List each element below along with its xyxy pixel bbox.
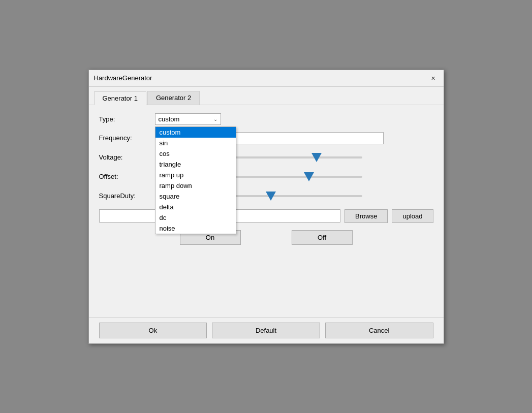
type-dropdown-menu: custom sin cos triangle ramp up ramp dow…	[155, 126, 236, 234]
type-selected-value: custom	[159, 115, 213, 123]
chevron-down-icon: ⌄	[213, 116, 217, 122]
dropdown-option-custom[interactable]: custom	[155, 127, 236, 138]
hardware-generator-window: HardwareGenerator × Generator 1 Generato…	[88, 70, 444, 344]
title-bar: HardwareGenerator ×	[89, 70, 444, 87]
tab-generator1[interactable]: Generator 1	[94, 91, 146, 105]
tab-generator2[interactable]: Generator 2	[147, 91, 200, 105]
tab-bar: Generator 1 Generator 2	[89, 87, 444, 105]
squareduty-slider-container	[210, 195, 433, 197]
dropdown-option-rampup[interactable]: ramp up	[155, 170, 236, 180]
offset-row: Offset: ▲ ▼	[99, 171, 433, 183]
type-dropdown-trigger[interactable]: custom ⌄	[155, 113, 221, 125]
upload-button[interactable]: upload	[392, 209, 433, 223]
dropdown-option-dc[interactable]: dc	[155, 212, 236, 223]
frequency-label: Frequency:	[99, 134, 155, 142]
dropdown-option-sin[interactable]: sin	[155, 138, 236, 148]
type-label: Type:	[99, 115, 155, 123]
offset-label: Offset:	[99, 173, 155, 180]
voltage-slider-container	[210, 156, 433, 158]
main-content: Type: custom ⌄ custom sin cos triangle r…	[89, 105, 444, 317]
window-title: HardwareGenerator	[94, 74, 152, 82]
dropdown-option-cos[interactable]: cos	[155, 148, 236, 159]
dropdown-option-rampdown[interactable]: ramp down	[155, 180, 236, 191]
dropdown-option-noise[interactable]: noise	[155, 223, 236, 234]
browse-button[interactable]: Browse	[345, 209, 388, 223]
close-button[interactable]: ×	[428, 73, 439, 83]
type-row: Type: custom ⌄ custom sin cos triangle r…	[99, 113, 433, 125]
voltage-slider-thumb[interactable]	[311, 153, 322, 162]
frequency-row: Frequency:	[99, 132, 433, 144]
off-button[interactable]: Off	[292, 230, 353, 245]
type-control: custom ⌄ custom sin cos triangle ramp up…	[155, 113, 433, 125]
file-row: Browse upload	[99, 209, 433, 223]
type-dropdown-wrapper: custom ⌄ custom sin cos triangle ramp up…	[155, 113, 221, 125]
on-off-row: On Off	[99, 230, 433, 245]
cancel-button[interactable]: Cancel	[325, 323, 433, 338]
squareduty-label: SquareDuty:	[99, 192, 155, 200]
dropdown-option-square[interactable]: square	[155, 191, 236, 202]
voltage-row: Voltage: ▲ ▼	[99, 151, 433, 164]
bottom-bar: Ok Default Cancel	[89, 317, 444, 343]
default-button[interactable]: Default	[212, 323, 320, 338]
offset-slider-thumb[interactable]	[304, 172, 314, 181]
dropdown-option-triangle[interactable]: triangle	[155, 159, 236, 170]
dropdown-option-delta[interactable]: delta	[155, 202, 236, 212]
squareduty-slider-thumb[interactable]	[266, 192, 276, 201]
voltage-label: Voltage:	[99, 153, 155, 161]
offset-slider-container	[210, 176, 433, 178]
ok-button[interactable]: Ok	[99, 323, 207, 338]
squareduty-row: SquareDuty: ▲ ▼	[99, 190, 433, 202]
